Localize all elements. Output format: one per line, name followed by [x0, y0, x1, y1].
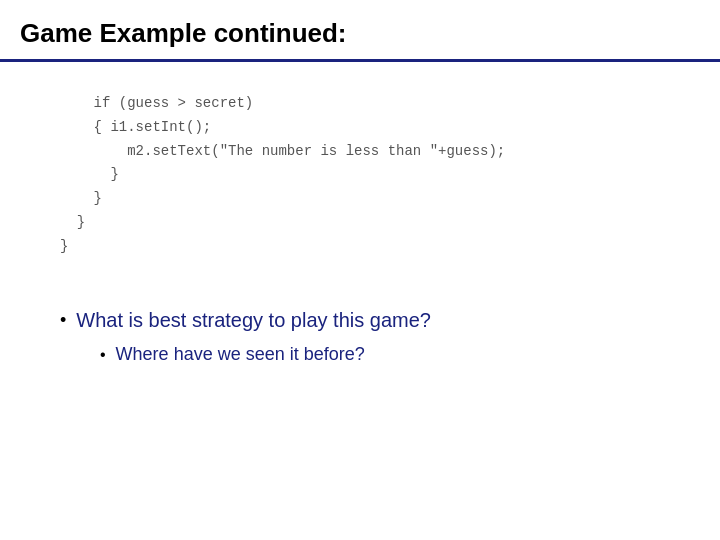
bullet-section: • What is best strategy to play this gam… — [0, 289, 720, 385]
bullet-text-2: Where have we seen it before? — [116, 344, 365, 365]
slide-header: Game Example continued: — [0, 0, 720, 62]
bullet-text-1: What is best strategy to play this game? — [76, 309, 431, 332]
bullet-dot-1: • — [60, 310, 66, 331]
code-block: if (guess > secret) { i1.setInt(); m2.se… — [60, 92, 680, 259]
code-line-1: if (guess > secret) — [60, 92, 680, 116]
code-line-4: } — [60, 163, 680, 187]
bullet-item-2: • Where have we seen it before? — [100, 344, 680, 365]
code-line-3: m2.setText("The number is less than "+gu… — [60, 140, 680, 164]
code-line-6: } — [60, 211, 680, 235]
code-section: if (guess > secret) { i1.setInt(); m2.se… — [0, 62, 720, 289]
code-line-2: { i1.setInt(); — [60, 116, 680, 140]
bullet-item-1: • What is best strategy to play this gam… — [60, 309, 680, 332]
slide-title: Game Example continued: — [20, 18, 347, 48]
slide: Game Example continued: if (guess > secr… — [0, 0, 720, 540]
code-line-5: } — [60, 187, 680, 211]
code-line-7: } — [60, 235, 680, 259]
bullet-dot-2: • — [100, 346, 106, 364]
